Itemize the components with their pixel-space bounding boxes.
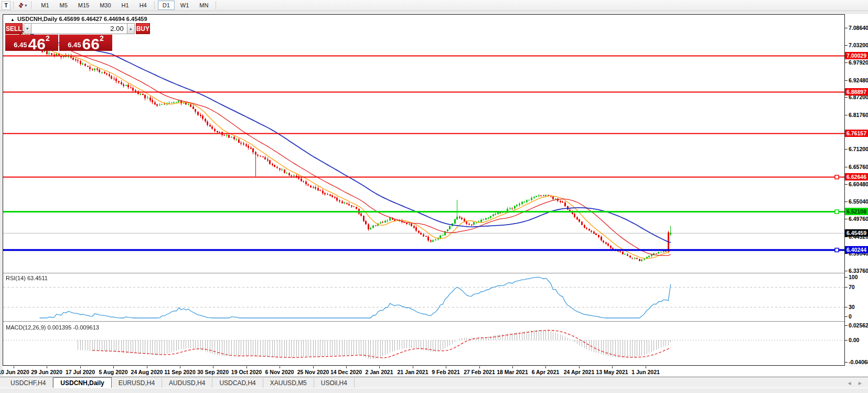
rsi-axis-label: 70 [849, 284, 855, 290]
sell-price-base: 6.45 [14, 41, 27, 49]
toolbar-separator [154, 2, 155, 9]
tab-audusd-h4[interactable]: AUDUSD,H4 [162, 378, 212, 388]
price-axis[interactable]: 7.086407.032006.979206.924806.872006.817… [845, 14, 868, 366]
buy-price-display[interactable]: 6.45662 [59, 35, 112, 51]
price-badge: 6.88897 [845, 88, 868, 95]
y-axis-tick-label: 6.92480 [849, 77, 868, 83]
chart-tabs: USDCHF,H4USDCNH,DailyEURUSD,H4AUDUSD,H4U… [0, 377, 868, 388]
y-axis-tick-mark [845, 287, 848, 288]
price-badge: 6.45459 [845, 229, 868, 237]
y-axis-tick-mark [845, 219, 848, 219]
rsi-indicator-label: RSI(14) 63.4511 [6, 275, 48, 281]
macd-indicator-label: MACD(12,26,9) 0.001395 -0.009613 [6, 324, 99, 331]
sell-price-pips: 46 [28, 37, 46, 50]
date-tick-mark [213, 366, 213, 368]
date-tick-mark [612, 366, 613, 368]
y-axis-tick-mark [845, 149, 848, 150]
date-tick-mark [545, 366, 546, 368]
y-axis-tick-mark [845, 340, 848, 341]
y-axis-tick-label: 6.71200 [849, 146, 868, 152]
y-axis-tick-label: 6.49760 [849, 216, 868, 222]
tab-usdcad-h4[interactable]: USDCAD,H4 [212, 378, 263, 388]
date-tick-mark [113, 366, 114, 368]
volume-input[interactable] [31, 23, 127, 34]
buy-price-point: 2 [100, 34, 104, 43]
top-toolbar: T ⇅ ▾ M1M5M15M30H1H4D1W1MN [0, 0, 868, 11]
price-chart-canvas[interactable] [3, 15, 844, 365]
diagonal-arrows-icon: ⇅ [17, 2, 24, 9]
trading-terminal-window: T ⇅ ▾ M1M5M15M30H1H4D1W1MN ▲USDCNH,Daily… [0, 0, 868, 393]
macd-axis-label: -0.040687 [849, 359, 868, 365]
date-tick-mark [47, 366, 47, 368]
y-axis-tick-label: 6.55040 [849, 198, 868, 205]
y-axis-tick-mark [845, 97, 848, 98]
date-axis[interactable]: 10 Jun 202029 Jun 202017 Jul 20205 Aug 2… [3, 366, 868, 376]
timeframe-mn[interactable]: MN [195, 1, 213, 10]
y-axis-tick-label: 6.33760 [849, 268, 868, 274]
price-badge: 6.76157 [845, 130, 868, 137]
chevron-down-icon: ▾ [25, 3, 27, 8]
timeframe-h4[interactable]: H4 [135, 1, 152, 10]
tab-eurusd-h4[interactable]: EURUSD,H4 [112, 378, 162, 388]
y-axis-tick-label: 6.65760 [849, 164, 868, 170]
rsi-axis-label: 0 [849, 313, 852, 320]
date-tick-mark [579, 366, 580, 368]
timeframe-m30[interactable]: M30 [95, 1, 115, 10]
trade-levels-tool-button[interactable]: ⇅ ▾ [17, 2, 28, 9]
date-tick-mark [280, 366, 280, 368]
buy-button[interactable]: BUY [136, 23, 150, 34]
y-axis-tick-mark [845, 28, 848, 28]
buy-price-base: 6.45 [68, 41, 81, 49]
tab-usoil-h4[interactable]: USOil,H4 [314, 378, 355, 388]
rsi-axis-label: 100 [849, 274, 858, 280]
price-badge: 6.40244 [845, 246, 868, 253]
tab-xauusd-m5[interactable]: XAUUSD,M5 [263, 378, 314, 388]
price-badge: 7.00029 [845, 52, 868, 59]
one-click-trading-panel: SELL ▼ ▲ BUY 6.45462 6.45662 [5, 23, 112, 51]
date-tick-mark [180, 366, 180, 368]
timeframe-m15[interactable]: M15 [73, 1, 94, 10]
y-axis-tick-mark [845, 45, 848, 46]
sell-button[interactable]: SELL [5, 23, 23, 34]
macd-axis-label: 0.00 [849, 337, 859, 343]
volume-increase-button[interactable]: ▲ [127, 23, 135, 34]
y-axis-tick-label: 7.08640 [849, 25, 868, 31]
y-axis-tick-mark [845, 253, 848, 254]
y-axis-tick-mark [845, 115, 848, 115]
sell-price-display[interactable]: 6.45462 [5, 35, 58, 51]
timeframe-w1[interactable]: W1 [176, 1, 194, 10]
date-tick-mark [147, 366, 147, 368]
y-axis-tick-mark [845, 62, 848, 63]
y-axis-tick-mark [845, 271, 848, 271]
toolbar-separator [13, 2, 14, 9]
timeframe-m5[interactable]: M5 [55, 1, 72, 10]
date-label: 1 Jun 2021 [626, 369, 666, 375]
status-bar [0, 388, 868, 393]
y-axis-tick-mark [845, 307, 848, 307]
text-tool-button[interactable]: T [2, 1, 10, 10]
date-tick-mark [346, 366, 347, 368]
timeframe-d1[interactable]: D1 [158, 1, 175, 10]
y-axis-tick-mark [845, 277, 848, 278]
y-axis-tick-mark [845, 237, 848, 237]
tab-usdcnh-daily[interactable]: USDCNH,Daily [53, 377, 111, 388]
date-tick-mark [313, 366, 314, 368]
chart-title: ▲USDCNH,Daily 6.45699 6.46427 6.44694 6.… [10, 16, 147, 22]
y-axis-tick-label: 6.60480 [849, 181, 868, 187]
timeframe-h1[interactable]: H1 [117, 1, 134, 10]
volume-decrease-button[interactable]: ▼ [24, 23, 31, 34]
tab-scroll-arrows[interactable]: ◀ ▶ [848, 381, 865, 386]
date-tick-mark [646, 366, 646, 368]
tab-usdchf-h4[interactable]: USDCHF,H4 [4, 378, 53, 388]
toolbar-separator [31, 2, 32, 9]
chart-window: ▲USDCNH,Daily 6.45699 6.46427 6.44694 6.… [3, 14, 845, 366]
date-tick-mark [512, 366, 513, 368]
timeframe-group: M1M5M15M30H1H4D1W1MN [36, 1, 219, 10]
date-tick-mark [14, 366, 14, 368]
y-axis-tick-mark [845, 80, 848, 81]
y-axis-tick-mark [845, 362, 848, 363]
price-badge: 6.52108 [845, 208, 868, 215]
date-tick-mark [379, 366, 380, 368]
timeframe-m1[interactable]: M1 [36, 1, 53, 10]
sell-price-point: 2 [46, 34, 50, 43]
